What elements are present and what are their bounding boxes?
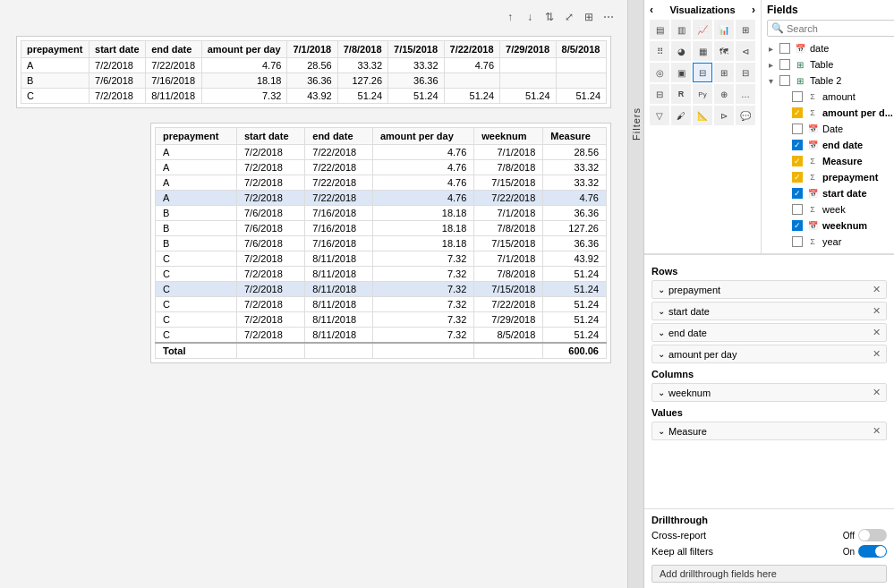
detail-col-header: weeknum: [474, 128, 543, 145]
viz-treemap-icon[interactable]: ▦: [693, 41, 712, 61]
field-checkbox[interactable]: ✓: [792, 172, 803, 183]
field-tree-item[interactable]: ✓📅weeknum: [767, 217, 894, 234]
viz-card-icon[interactable]: ▣: [671, 63, 691, 82]
search-icon: 🔍: [771, 22, 784, 34]
field-checkbox[interactable]: [792, 204, 803, 215]
field-checkbox[interactable]: ✓: [792, 107, 803, 118]
field-label: prepayment: [822, 172, 894, 183]
date-icon: 📅: [805, 138, 820, 152]
row-field-item[interactable]: ⌄amount per day✕: [651, 345, 887, 363]
viz-custom-icon[interactable]: ⊕: [714, 84, 734, 104]
detail-col-header: amount per day: [372, 128, 473, 145]
filters-panel: Filters: [627, 0, 643, 588]
remove-field-button[interactable]: ✕: [873, 348, 881, 360]
field-checkbox[interactable]: [779, 43, 790, 54]
field-name: Measure: [665, 426, 873, 437]
fields-tree: ▸📅date▸⊞Table▾⊞Table 2 Σamount ✓Σamount …: [767, 40, 894, 250]
sort-asc-icon[interactable]: ↑: [502, 9, 518, 25]
remove-field-button[interactable]: ✕: [873, 387, 881, 398]
chevron-left-icon[interactable]: ‹: [650, 4, 653, 16]
value-field-item[interactable]: ⌄Measure✕: [651, 422, 887, 440]
field-tree-item[interactable]: ✓Σamount per d...: [767, 105, 894, 121]
field-tree-item[interactable]: ▾⊞Table 2: [767, 72, 894, 89]
column-field-item[interactable]: ⌄weeknum✕: [651, 383, 887, 402]
right-panel: ‹ Visualizations › ▤ ▥ 📈 📊 ⊞ ⠿ ◕ ▦ 🗺 ⊲ ◎: [643, 0, 894, 588]
viz-format-icon[interactable]: 🖌: [671, 106, 691, 125]
add-drillthrough-button[interactable]: Add drillthrough fields here: [651, 565, 887, 583]
viz-bar-icon[interactable]: ▤: [650, 20, 669, 39]
field-checkbox[interactable]: ✓: [792, 156, 803, 166]
viz-scatter-icon[interactable]: ⠿: [650, 41, 669, 61]
viz-column-icon[interactable]: ▥: [671, 20, 691, 39]
keep-filters-toggle[interactable]: [858, 545, 887, 558]
more-icon[interactable]: ⋯: [600, 9, 617, 25]
field-tree-item[interactable]: Σweek: [767, 201, 894, 217]
viz-r-icon[interactable]: R: [671, 84, 691, 104]
viz-matrix-icon[interactable]: ⊞: [714, 63, 734, 82]
field-tree-item[interactable]: 📅Date: [767, 121, 894, 137]
field-name: start date: [665, 306, 873, 317]
remove-field-button[interactable]: ✕: [873, 284, 881, 295]
fields-config-section: Rows ⌄prepayment✕⌄start date✕⌄end date✕⌄…: [644, 254, 894, 508]
cross-report-toggle[interactable]: [858, 529, 887, 541]
field-checkbox[interactable]: ✓: [792, 140, 803, 150]
remove-field-button[interactable]: ✕: [873, 425, 881, 437]
chevron-down-icon: ⌄: [658, 328, 665, 337]
sigma-icon: Σ: [805, 170, 820, 184]
viz-filter2-icon[interactable]: ▽: [650, 106, 669, 125]
field-checkbox[interactable]: [792, 236, 803, 247]
row-field-item[interactable]: ⌄end date✕: [651, 323, 887, 342]
date-icon: 📅: [805, 122, 820, 136]
fields-search-input[interactable]: [787, 23, 894, 34]
chevron-right-icon[interactable]: ›: [752, 4, 755, 16]
field-tree-item[interactable]: Σamount: [767, 89, 894, 105]
viz-gauge-icon[interactable]: ◎: [650, 63, 669, 82]
viz-pie-icon[interactable]: ◕: [671, 41, 691, 61]
field-checkbox[interactable]: [792, 124, 803, 134]
viz-more-icon[interactable]: …: [736, 84, 755, 104]
chevron-down-icon: ⌄: [658, 285, 665, 294]
viz-table-icon[interactable]: ⊟: [693, 63, 712, 82]
field-tree-item[interactable]: ✓📅start date: [767, 185, 894, 201]
fields-search-box[interactable]: 🔍: [767, 20, 894, 37]
viz-drillthrough-icon[interactable]: ⊳: [714, 106, 734, 125]
viz-map-icon[interactable]: 🗺: [714, 41, 734, 61]
detail-col-header: start date: [237, 128, 305, 145]
row-field-item[interactable]: ⌄prepayment✕: [651, 280, 887, 299]
field-label: amount: [822, 91, 894, 102]
field-checkbox[interactable]: [779, 75, 790, 86]
sort-col-icon[interactable]: ⇅: [541, 9, 558, 25]
viz-ribbon-icon[interactable]: ⊞: [736, 20, 755, 39]
field-tree-item[interactable]: ▸📅date: [767, 40, 894, 56]
list-item: A7/2/20187/22/20184.767/22/20184.76: [156, 191, 607, 206]
viz-analytics-icon[interactable]: 📐: [693, 106, 712, 125]
remove-field-button[interactable]: ✕: [873, 305, 881, 317]
field-tree-item[interactable]: ✓📅end date: [767, 137, 894, 153]
table-icon: ⊞: [793, 57, 807, 72]
viz-waterfall-icon[interactable]: ⊟: [650, 84, 669, 104]
viz-line-icon[interactable]: 📈: [693, 20, 712, 39]
filter-icon[interactable]: ⊞: [581, 9, 597, 25]
sort-desc-icon[interactable]: ↓: [522, 9, 538, 25]
chevron-down-icon: ⌄: [658, 426, 665, 436]
remove-field-button[interactable]: ✕: [873, 327, 881, 338]
list-item: C7/2/20188/11/20187.328/5/201851.24: [156, 328, 607, 344]
expand-icon[interactable]: ⤢: [561, 9, 577, 25]
field-tree-item[interactable]: ✓Σprepayment: [767, 169, 894, 185]
table-icon: ⊞: [793, 73, 807, 88]
viz-py-icon[interactable]: Py: [693, 84, 712, 104]
viz-tooltip-icon[interactable]: 💬: [736, 106, 755, 125]
field-tree-item[interactable]: Σyear: [767, 234, 894, 250]
table-row: C7/2/20188/11/20187.3243.9251.2451.2451.…: [21, 89, 607, 104]
viz-funnel-icon[interactable]: ⊲: [736, 41, 755, 61]
viz-area-icon[interactable]: 📊: [714, 20, 734, 39]
field-tree-item[interactable]: ▸⊞Table: [767, 56, 894, 72]
chevron-down-icon: ⌄: [658, 306, 665, 316]
field-checkbox[interactable]: ✓: [792, 220, 803, 231]
field-checkbox[interactable]: [779, 59, 790, 70]
field-checkbox[interactable]: [792, 91, 803, 102]
field-tree-item[interactable]: ✓ΣMeasure: [767, 153, 894, 169]
viz-combo-icon[interactable]: ⊟: [736, 63, 755, 82]
field-checkbox[interactable]: ✓: [792, 188, 803, 199]
row-field-item[interactable]: ⌄start date✕: [651, 302, 887, 320]
